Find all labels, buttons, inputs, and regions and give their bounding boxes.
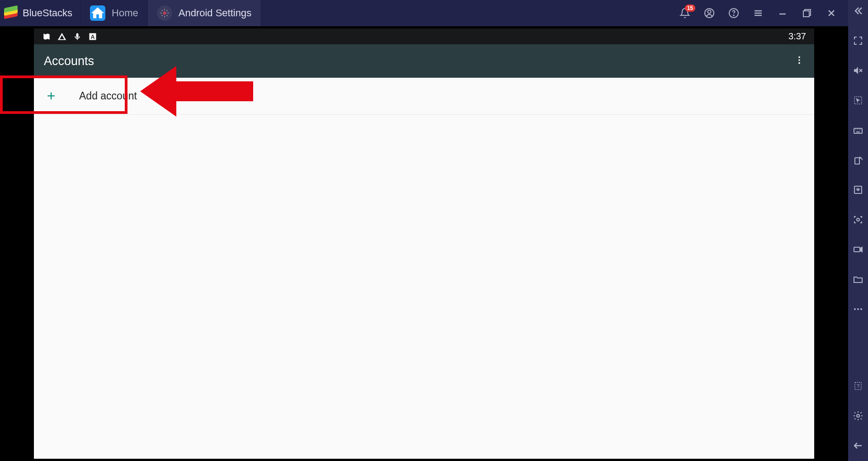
title-bar: BlueStacks Home Android Settings 15 [0,0,848,26]
tab-home[interactable]: Home [80,0,148,26]
svg-line-7 [161,15,162,16]
svg-point-45 [854,308,856,310]
svg-line-6 [166,15,167,16]
tab-home-label: Home [112,7,138,19]
letter-a-icon: A [88,32,97,41]
more-icon[interactable] [853,304,863,316]
content-area: + Add account [34,78,814,459]
maximize-button[interactable] [801,7,813,19]
svg-text:A: A [90,34,94,40]
svg-point-12 [733,15,734,16]
page-title: Accounts [44,54,94,68]
brand-title: BlueStacks [23,7,72,19]
help-button[interactable] [728,7,740,19]
gear-icon [157,5,172,21]
install-apk-button[interactable]: APK [853,184,863,197]
svg-point-29 [798,62,800,64]
home-icon [90,5,105,21]
svg-rect-40 [855,158,859,164]
svg-point-50 [857,414,859,417]
back-button[interactable] [853,440,863,453]
tab-settings-label: Android Settings [179,7,251,19]
volume-mute-button[interactable] [853,65,863,78]
guide-button[interactable]: ? [853,381,863,393]
emulator-viewport: A 3:37 Accounts + Add account [0,26,848,461]
close-button[interactable] [826,7,837,19]
svg-text:?: ? [857,383,859,389]
bluestacks-logo-icon [4,7,18,19]
android-screen: A 3:37 Accounts + Add account [34,28,814,459]
brand: BlueStacks [0,7,80,19]
notifications-button[interactable]: 15 [679,7,691,19]
minimize-button[interactable] [777,7,788,19]
account-button[interactable] [703,7,715,19]
map-icon [42,32,51,41]
svg-rect-18 [803,11,809,17]
svg-rect-23 [76,33,79,38]
svg-point-47 [860,308,862,310]
svg-rect-44 [854,247,860,252]
rotate-button[interactable] [853,155,863,167]
media-folder-button[interactable] [853,274,863,287]
svg-point-27 [798,56,800,58]
side-toolbar: APK ? [848,0,868,461]
fullscreen-button[interactable] [853,35,863,48]
svg-point-46 [857,308,859,310]
settings-button[interactable] [853,410,863,423]
warning-icon [57,32,66,41]
svg-rect-34 [854,128,862,133]
svg-point-43 [857,218,859,221]
svg-rect-21 [61,36,62,38]
add-account-row[interactable]: + Add account [34,78,814,115]
overflow-menu-button[interactable] [794,55,804,67]
svg-point-10 [708,10,711,14]
record-button[interactable] [853,244,863,257]
svg-line-8 [166,10,167,11]
notification-badge: 15 [685,5,695,12]
app-bar: Accounts [34,44,814,78]
location-button[interactable] [853,95,863,108]
plus-icon: + [46,88,57,104]
svg-line-5 [161,10,162,11]
android-status-bar: A 3:37 [34,28,814,44]
mic-icon [73,32,82,41]
svg-rect-22 [61,38,62,39]
keyboard-controls-button[interactable] [853,125,863,137]
hamburger-menu-button[interactable] [752,7,764,19]
window-controls: 15 [679,7,848,19]
status-time: 3:37 [788,31,806,42]
svg-point-0 [163,11,166,14]
svg-text:APK: APK [856,188,861,190]
svg-point-28 [798,59,800,61]
collapse-sidebar-button[interactable] [853,5,863,18]
add-account-label: Add account [79,90,137,102]
tab-android-settings[interactable]: Android Settings [148,0,260,26]
screenshot-button[interactable] [853,214,863,227]
svg-rect-24 [77,38,78,40]
